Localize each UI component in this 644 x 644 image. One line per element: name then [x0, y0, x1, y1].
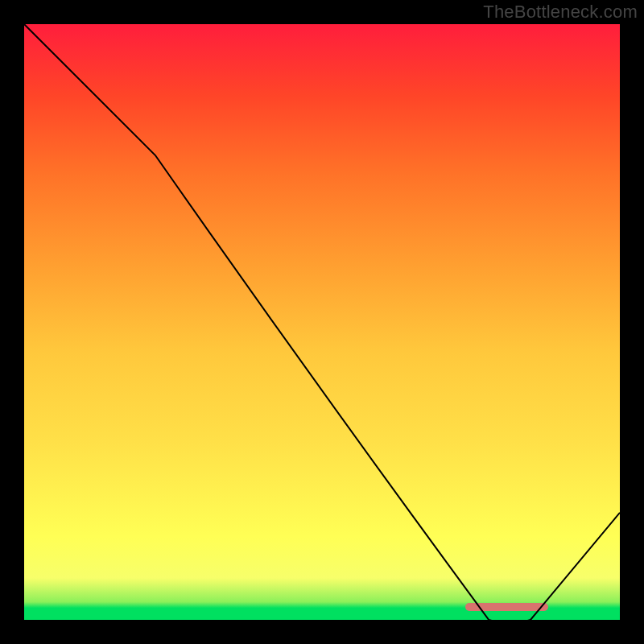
attribution-label: TheBottleneck.com [483, 2, 638, 23]
plot-area [24, 24, 620, 620]
curve-line [24, 24, 620, 620]
chart-frame: TheBottleneck.com [0, 0, 644, 644]
